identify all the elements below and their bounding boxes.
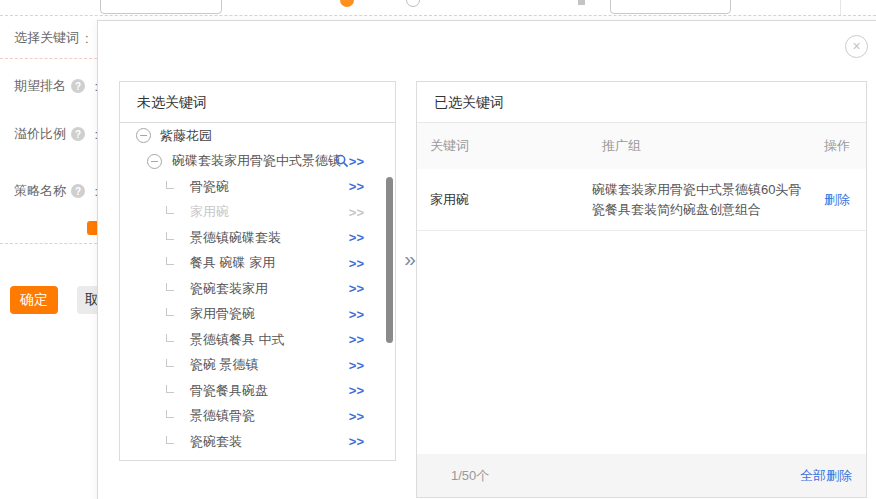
table-header: 关键词 推广组 操作 <box>417 123 866 169</box>
branch-icon <box>166 206 174 214</box>
dashed-divider <box>0 243 97 244</box>
help-icon[interactable]: ? <box>71 79 85 93</box>
tree-keyword-row[interactable]: 景德镇碗碟套装 >> <box>120 225 395 251</box>
tree-keyword-row[interactable]: 骨瓷餐具碗盘 >> <box>120 378 395 404</box>
keyword-tree: 紫藤花园 碗碟套装家用骨瓷中式景德镇... >> 骨瓷碗 >> <box>120 123 395 460</box>
field-label-strategy-name: 策略名称 ? : <box>14 182 98 200</box>
tree-keyword-row[interactable]: 瓷碗 景德镇 >> <box>120 353 395 379</box>
collapse-icon[interactable] <box>147 154 162 169</box>
tree-group-row[interactable]: 清雅明媚 <box>120 455 395 461</box>
add-keyword-arrow[interactable]: >> <box>349 154 364 169</box>
tree-keyword-row[interactable]: 家用骨瓷碗 >> <box>120 302 395 328</box>
cell-keyword: 家用碗 <box>417 191 592 209</box>
top-input-stub-2[interactable] <box>610 0 731 14</box>
branch-icon <box>166 436 174 444</box>
branch-icon <box>166 334 174 342</box>
table-row: 家用碗 碗碟套装家用骨瓷中式景德镇60头骨瓷餐具套装简约碗盘创意组合 删除 <box>417 169 866 231</box>
add-keyword-arrow[interactable]: >> <box>349 332 364 347</box>
add-keyword-arrow[interactable]: >> <box>349 409 364 424</box>
cell-ad-group: 碗碟套装家用骨瓷中式景德镇60头骨瓷餐具套装简约碗盘创意组合 <box>592 170 824 230</box>
tree-keyword-row[interactable]: 景德镇骨瓷 >> <box>120 404 395 430</box>
tree-group-row[interactable]: 紫藤花园 <box>120 123 395 149</box>
top-input-stub-1[interactable] <box>100 0 222 14</box>
tree-keyword-row-disabled: 家用碗 >> <box>120 200 395 226</box>
scrollbar-thumb[interactable] <box>386 177 393 343</box>
branch-icon <box>166 410 174 418</box>
column-ad-group: 推广组 <box>592 137 824 155</box>
selected-count: 1/50个 <box>417 467 489 485</box>
tree-keyword-row[interactable]: 瓷碗套装家用 >> <box>120 276 395 302</box>
selected-panel-footer: 1/50个 全部删除 <box>417 454 866 497</box>
branch-icon <box>166 385 174 393</box>
tree-parent-row[interactable]: 碗碟套装家用骨瓷中式景德镇... >> <box>120 149 395 175</box>
search-icon[interactable] <box>335 154 349 168</box>
dashed-divider <box>0 15 876 16</box>
column-action: 操作 <box>824 137 866 155</box>
add-keyword-arrow[interactable]: >> <box>349 383 364 398</box>
clipped-text-fragment <box>578 0 585 5</box>
confirm-button[interactable]: 确定 <box>10 286 58 314</box>
add-keyword-arrow[interactable]: >> <box>349 358 364 373</box>
selected-panel-title: 已选关键词 <box>417 82 866 123</box>
dashed-divider <box>0 58 97 59</box>
branch-icon <box>166 232 174 240</box>
branch-icon <box>166 283 174 291</box>
add-keyword-arrow[interactable]: >> <box>349 256 364 271</box>
help-icon[interactable]: ? <box>71 127 85 141</box>
field-label-premium-ratio: 溢价比例 ? : <box>14 125 98 143</box>
column-keyword: 关键词 <box>417 137 592 155</box>
tree-keyword-row[interactable]: 骨瓷碗 >> <box>120 174 395 200</box>
page: 选择关键词 : 期望排名 ? : 溢价比例 ? : 策略名称 ? : 确定 取 … <box>0 0 876 499</box>
delete-link[interactable]: 删除 <box>824 192 850 207</box>
tree-keyword-row[interactable]: 瓷碗套装 >> <box>120 429 395 455</box>
selected-keywords-panel: 已选关键词 关键词 推广组 操作 家用碗 碗碟套装家用骨瓷中式景德镇60头骨瓷餐… <box>416 81 867 498</box>
add-keyword-arrow[interactable]: >> <box>349 230 364 245</box>
tree-keyword-row[interactable]: 餐具 碗碟 家用 >> <box>120 251 395 277</box>
branch-icon <box>166 257 174 265</box>
add-keyword-arrow: >> <box>349 205 364 220</box>
help-icon[interactable]: ? <box>71 184 85 198</box>
add-keyword-arrow[interactable]: >> <box>349 281 364 296</box>
add-keyword-arrow[interactable]: >> <box>349 307 364 322</box>
branch-icon <box>166 308 174 316</box>
tree-keyword-row[interactable]: 景德镇餐具 中式 >> <box>120 327 395 353</box>
container-border <box>840 0 841 15</box>
unselected-panel-title: 未选关键词 <box>120 82 395 123</box>
collapse-icon[interactable] <box>136 128 151 143</box>
clear-all-link[interactable]: 全部删除 <box>800 467 866 485</box>
field-label-select-keywords: 选择关键词 : <box>14 29 98 47</box>
keyword-select-modal: × 未选关键词 紫藤花园 碗碟套装家用骨瓷中式景德镇... >> <box>97 20 876 499</box>
branch-icon <box>166 359 174 367</box>
add-keyword-arrow[interactable]: >> <box>349 434 364 449</box>
branch-icon <box>166 181 174 189</box>
field-label-expected-rank: 期望排名 ? : <box>14 77 98 95</box>
add-keyword-arrow[interactable]: >> <box>349 179 364 194</box>
colon: : <box>85 31 89 46</box>
help-icon <box>406 0 420 7</box>
close-icon[interactable]: × <box>845 35 868 58</box>
unselected-keywords-panel: 未选关键词 紫藤花园 碗碟套装家用骨瓷中式景德镇... >> <box>119 81 396 461</box>
warning-icon <box>340 0 354 7</box>
